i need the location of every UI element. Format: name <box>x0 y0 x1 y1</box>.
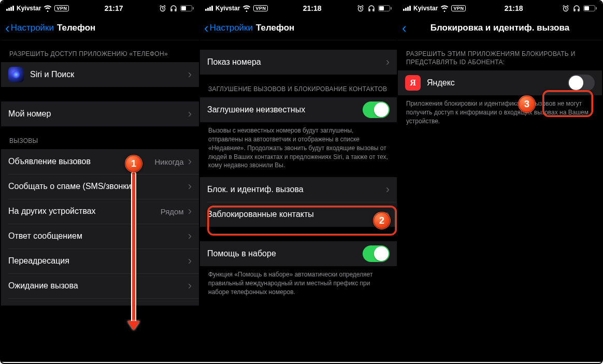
chevron-right-icon: › <box>188 107 192 121</box>
vpn-badge: VPN <box>253 5 268 11</box>
chevron-right-icon: › <box>188 229 192 243</box>
row-label: Сообщать о спаме (SMS/звонки) <box>8 182 188 191</box>
row-value: Никогда <box>154 157 183 166</box>
chevron-left-icon: ‹ <box>204 21 209 35</box>
headphones-icon <box>169 5 178 12</box>
vpn-badge: VPN <box>451 5 466 11</box>
back-label: Настройки <box>11 23 54 33</box>
tutorial-composite: Kyivstar VPN 21:17 ‹ Настройки Телефон Р… <box>0 0 603 364</box>
row-dial-assist[interactable]: Помощь в наборе <box>200 241 397 266</box>
settings-content[interactable]: Показ номера › ЗАГЛУШЕНИЕ ВЫЗОВОВ И БЛОК… <box>200 40 397 362</box>
row-label: Заблокированные контакты <box>207 210 386 219</box>
svg-rect-7 <box>379 6 384 10</box>
battery-icon <box>180 5 194 11</box>
signal-icon <box>205 6 213 11</box>
row-siri-search[interactable]: Siri и Поиск › <box>1 62 199 87</box>
chevron-right-icon: › <box>188 180 192 193</box>
nav-bar: ‹ Настройки Телефон <box>200 16 397 40</box>
section-footer-silence: Вызовы с неизвестных номеров будут заглу… <box>200 122 397 172</box>
svg-rect-6 <box>391 7 392 10</box>
row-blocked-contacts[interactable]: Заблокированные контакты › <box>200 202 397 227</box>
settings-content[interactable]: РАЗРЕШИТЬ ДОСТУП ПРИЛОЖЕНИЮ «ТЕЛЕФОН» Si… <box>1 40 199 362</box>
row-label: Переадресация <box>8 256 188 266</box>
yandex-icon: Я <box>405 75 421 91</box>
alarm-icon <box>562 5 570 12</box>
row-show-caller-id[interactable]: Показ номера › <box>200 50 397 75</box>
row-label: Мой номер <box>8 109 188 119</box>
carrier-label: Kyivstar <box>216 5 240 12</box>
page-title: Телефон <box>57 23 95 33</box>
row-label: Ответ сообщением <box>8 231 188 241</box>
settings-content[interactable]: РАЗРЕШИТЬ ЭТИМ ПРИЛОЖЕНИЯМ БЛОКИРОВАТЬ И… <box>398 40 602 362</box>
row-silence-unknown[interactable]: Заглушение неизвестных <box>200 97 397 122</box>
callout-badge-1: 1 <box>125 155 142 172</box>
toggle-silence-unknown[interactable] <box>363 101 390 118</box>
carrier-label: Kyivstar <box>413 5 438 12</box>
siri-icon <box>8 67 24 82</box>
row-label: Ожидание вызова <box>8 281 188 290</box>
row-call-waiting[interactable]: Ожидание вызова › <box>1 273 199 298</box>
chevron-right-icon: › <box>188 68 192 81</box>
chevron-right-icon: › <box>188 205 192 218</box>
row-label: Блок. и идентиф. вызова <box>207 185 386 194</box>
section-header-apps: РАЗРЕШИТЬ ЭТИМ ПРИЛОЖЕНИЯМ БЛОКИРОВАТЬ И… <box>398 40 602 70</box>
row-label: На других устройствах <box>8 207 161 216</box>
battery-icon <box>378 5 392 11</box>
wifi-icon <box>440 5 449 12</box>
row-call-blocking-id[interactable]: Блок. и идентиф. вызова › <box>200 177 397 202</box>
row-spam-report[interactable]: Сообщать о спаме (SMS/звонки) › <box>1 174 199 199</box>
back-button[interactable]: ‹ Настройки <box>5 21 54 35</box>
chevron-right-icon: › <box>188 254 192 268</box>
headphones-icon <box>572 5 581 12</box>
wifi-icon <box>44 5 52 12</box>
row-forwarding[interactable]: Переадресация › <box>1 249 199 273</box>
alarm-icon <box>159 5 167 12</box>
phone-screen-3: Kyivstar VPN 21:18 ‹ Блокировка и иденти… <box>397 1 602 362</box>
headphones-icon <box>367 5 376 12</box>
status-bar: Kyivstar VPN 21:18 <box>398 1 602 16</box>
row-other-devices[interactable]: На других устройствах Рядом › <box>1 199 199 224</box>
signal-icon <box>6 6 14 11</box>
status-time: 21:17 <box>105 4 123 12</box>
svg-rect-3 <box>181 6 186 10</box>
row-label: Яндекс <box>427 78 568 88</box>
chevron-right-icon: › <box>188 155 192 168</box>
callout-badge-3: 3 <box>518 95 536 113</box>
toggle-dial-assist[interactable] <box>363 245 390 262</box>
phone-screen-2: Kyivstar VPN 21:18 ‹ Настройки Телефон П… <box>199 1 397 362</box>
battery-icon <box>583 5 597 11</box>
svg-rect-10 <box>596 7 597 10</box>
page-title: Блокировка и идентиф. вызова <box>398 23 602 33</box>
back-label: Настройки <box>210 23 253 33</box>
carrier-label: Kyivstar <box>17 5 41 12</box>
row-label: Помощь в наборе <box>207 249 363 258</box>
toggle-yandex[interactable] <box>568 75 595 91</box>
page-title: Телефон <box>256 23 294 33</box>
section-header-silence: ЗАГЛУШЕНИЕ ВЫЗОВОВ И БЛОКИРОВАНИЕ КОНТАК… <box>200 75 397 97</box>
status-time: 21:18 <box>303 4 322 12</box>
status-time: 21:18 <box>505 4 523 12</box>
signal-icon <box>403 6 411 11</box>
row-announce-calls[interactable]: Объявление вызовов Никогда › <box>1 149 199 174</box>
svg-rect-11 <box>584 6 589 10</box>
callout-arrow-1 <box>132 172 135 323</box>
row-yandex[interactable]: Я Яндекс <box>398 70 602 95</box>
svg-rect-2 <box>193 7 194 10</box>
status-bar: Kyivstar VPN 21:18 <box>200 1 397 16</box>
chevron-right-icon: › <box>386 55 390 69</box>
callout-badge-2: 2 <box>373 212 391 229</box>
row-label: Заглушение неизвестных <box>207 105 363 114</box>
row-label: Показ номера <box>207 57 386 67</box>
row-partial[interactable] <box>1 298 199 305</box>
callout-arrowhead-1 <box>127 321 140 330</box>
row-label: Siri и Поиск <box>30 70 188 79</box>
section-header-access: РАЗРЕШИТЬ ДОСТУП ПРИЛОЖЕНИЮ «ТЕЛЕФОН» <box>1 40 199 62</box>
section-footer-dial-assist: Функция «Помощь в наборе» автоматически … <box>200 266 397 298</box>
back-button[interactable]: ‹ Настройки <box>204 21 253 35</box>
wifi-icon <box>242 5 251 12</box>
row-reply-message[interactable]: Ответ сообщением › <box>1 224 199 249</box>
chevron-left-icon: ‹ <box>5 21 10 35</box>
row-my-number[interactable]: Мой номер › <box>1 101 199 126</box>
chevron-right-icon: › <box>188 279 192 293</box>
nav-bar: ‹ Настройки Телефон <box>1 16 199 40</box>
